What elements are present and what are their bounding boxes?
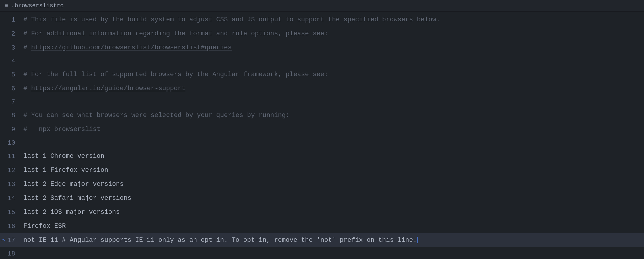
line-number: 16 — [0, 223, 21, 230]
code-content: last 1 Chrome version — [21, 150, 644, 163]
line-number: 14 — [0, 195, 21, 202]
code-line: ⌒17not IE 11 # Angular supports IE 11 on… — [0, 233, 644, 247]
code-content: # For the full list of supported browser… — [21, 68, 644, 81]
code-content: # You can see what browsers were selecte… — [21, 109, 644, 122]
code-content: # npx browserslist — [21, 123, 644, 136]
line-number: 5 — [0, 71, 21, 78]
line-number: 2 — [0, 30, 21, 38]
code-line: 10 — [0, 136, 644, 149]
code-content: last 2 iOS major versions — [21, 206, 644, 219]
code-line: 2# For additional information regarding … — [0, 27, 644, 41]
code-content: last 2 Safari major versions — [21, 192, 644, 205]
code-line: 12last 1 Firefox version — [0, 163, 644, 177]
line-number: 10 — [0, 139, 21, 147]
line-number: 15 — [0, 209, 21, 216]
hamburger-icon[interactable]: ≡ — [5, 2, 8, 9]
line-number: 8 — [0, 112, 21, 119]
line-number: 4 — [0, 58, 21, 65]
title-bar: ≡ .browserslistrc — [0, 0, 644, 12]
code-content: last 1 Firefox version — [21, 164, 644, 177]
code-content: not IE 11 # Angular supports IE 11 only … — [21, 234, 644, 247]
code-line: 16Firefox ESR — [0, 219, 644, 233]
code-line: 8# You can see what browsers were select… — [0, 108, 644, 123]
file-title: .browserslistrc — [11, 2, 64, 9]
code-content: # This file is used by the build system … — [21, 13, 644, 26]
line-number: 9 — [0, 126, 21, 133]
editor-container: ≡ .browserslistrc 1# This file is used b… — [0, 0, 644, 259]
code-content: # https://angular.io/guide/browser-suppo… — [21, 82, 644, 95]
line-number: 1 — [0, 16, 21, 24]
editor-area[interactable]: 1# This file is used by the build system… — [0, 12, 644, 259]
line-number: 18 — [0, 250, 21, 258]
code-line: 11last 1 Chrome version — [0, 149, 644, 163]
code-line: 3# https://github.com/browserslist/brows… — [0, 41, 644, 55]
code-line: 1# This file is used by the build system… — [0, 13, 644, 27]
code-content: last 2 Edge major versions — [21, 178, 644, 191]
code-line: 5# For the full list of supported browse… — [0, 68, 644, 82]
code-content: # For additional information regarding t… — [21, 27, 644, 40]
line-number: 13 — [0, 181, 21, 188]
code-line: 15last 2 iOS major versions — [0, 205, 644, 219]
line-number: 3 — [0, 44, 21, 52]
code-line: 18 — [0, 247, 644, 259]
code-line: 4 — [0, 55, 644, 68]
code-line: 14last 2 Safari major versions — [0, 191, 644, 205]
line-number: 12 — [0, 167, 21, 174]
code-line: 13last 2 Edge major versions — [0, 177, 644, 191]
cursor-indicator: ⌒ — [2, 237, 5, 243]
code-content: Firefox ESR — [21, 220, 644, 233]
text-cursor — [417, 237, 418, 243]
line-number: 7 — [0, 99, 21, 106]
code-line: 6# https://angular.io/guide/browser-supp… — [0, 82, 644, 96]
line-number: 6 — [0, 85, 21, 92]
code-content: # https://github.com/browserslist/browse… — [21, 41, 644, 54]
code-line: 7 — [0, 96, 644, 108]
code-line: 9# npx browserslist — [0, 123, 644, 136]
line-number: 11 — [0, 153, 21, 160]
